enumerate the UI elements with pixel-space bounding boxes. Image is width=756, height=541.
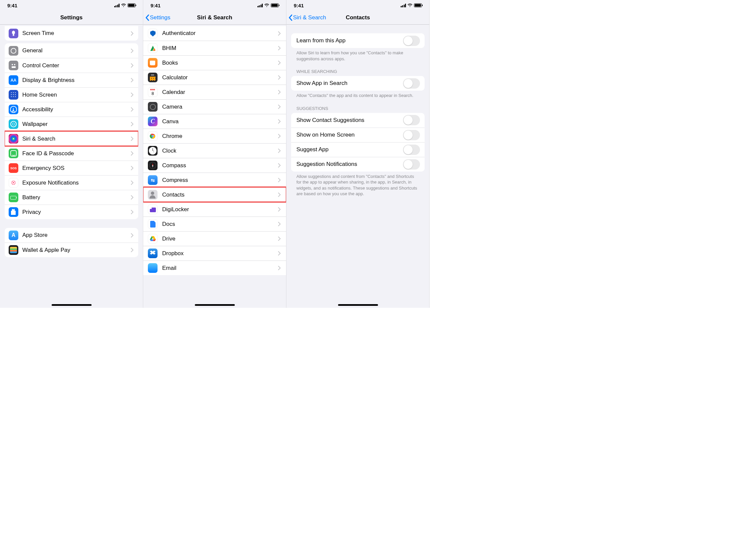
row-canva[interactable]: Canva — [143, 114, 286, 129]
row-dropbox[interactable]: Dropbox — [143, 246, 286, 261]
row-label: Suggest App — [296, 146, 403, 153]
status-time: 9:41 — [151, 3, 161, 8]
row-label: Email — [162, 265, 278, 271]
toggle-switch[interactable] — [403, 145, 420, 155]
back-button[interactable]: Settings — [145, 14, 170, 21]
row-display-brightness[interactable]: Display & Brightness — [5, 73, 138, 87]
status-time: 9:41 — [7, 3, 17, 8]
row-compass[interactable]: Compass — [143, 158, 286, 173]
group-suggestions: Show Contact Suggestions Show on Home Sc… — [291, 113, 425, 172]
toggle-suggestion-notifications[interactable]: Suggestion Notifications — [291, 157, 425, 172]
row-label: Home Screen — [22, 92, 131, 98]
row-label: Show Contact Suggestions — [296, 117, 403, 124]
chevron-right-icon — [278, 149, 281, 153]
toggle-contact-suggestions[interactable]: Show Contact Suggestions — [291, 113, 425, 128]
row-email[interactable]: Email — [143, 261, 286, 275]
row-faceid[interactable]: Face ID & Passcode — [5, 146, 138, 161]
app-icon — [148, 263, 158, 273]
row-label: Show on Home Screen — [296, 132, 403, 138]
toggle-switch[interactable] — [403, 36, 420, 46]
row-label: Exposure Notifications — [22, 180, 131, 186]
row-docs[interactable]: Docs — [143, 217, 286, 231]
settings-content[interactable]: Screen Time General Control Center Displ… — [0, 25, 143, 308]
row-label: Clock — [162, 148, 278, 154]
app-icon — [148, 249, 158, 258]
nav-title: Siri & Search — [197, 14, 232, 21]
row-digilocker[interactable]: DigiLocker — [143, 202, 286, 217]
row-calendar[interactable]: Calendar — [143, 85, 286, 99]
footer-learn: Allow Siri to learn from how you use "Co… — [286, 48, 429, 63]
app-icon — [148, 190, 158, 200]
row-drive[interactable]: Drive — [143, 231, 286, 246]
toggle-switch[interactable] — [403, 78, 420, 89]
row-label: Accessibility — [22, 106, 131, 113]
signal-icon — [114, 4, 120, 7]
row-label: DigiLocker — [162, 206, 278, 213]
row-chrome[interactable]: Chrome — [143, 129, 286, 143]
row-general[interactable]: General — [5, 43, 138, 58]
app-icon — [148, 43, 158, 53]
row-control-center[interactable]: Control Center — [5, 58, 138, 73]
row-accessibility[interactable]: Accessibility — [5, 102, 138, 117]
back-button[interactable]: Siri & Search — [288, 14, 326, 21]
group-learn: Learn from this App — [291, 33, 425, 48]
app-icon — [9, 193, 18, 202]
row-label: Battery — [22, 194, 131, 201]
toggle-show-home-screen[interactable]: Show on Home Screen — [291, 128, 425, 142]
contacts-content[interactable]: Learn from this App Allow Siri to learn … — [286, 25, 429, 308]
app-icon — [148, 29, 158, 38]
row-calculator[interactable]: Calculator — [143, 70, 286, 85]
row-authenticator[interactable]: Authenticator — [143, 26, 286, 41]
group-store-wallet: App Store Wallet & Apple Pay — [5, 228, 138, 257]
chevron-right-icon — [131, 49, 134, 53]
row-label: Authenticator — [162, 30, 278, 37]
pane-settings: 9:41 Settings Screen Time General Contro… — [0, 0, 143, 308]
app-icon — [9, 75, 18, 85]
app-icon — [9, 178, 18, 188]
row-wallpaper[interactable]: Wallpaper — [5, 117, 138, 131]
row-contacts[interactable]: Contacts — [143, 187, 286, 202]
toggle-show-in-search[interactable]: Show App in Search — [291, 76, 425, 91]
app-icon — [148, 161, 158, 170]
row-wallet[interactable]: Wallet & Apple Pay — [5, 243, 138, 257]
battery-icon — [414, 3, 422, 7]
row-exposure[interactable]: Exposure Notifications — [5, 175, 138, 190]
toggle-suggest-app[interactable]: Suggest App — [291, 142, 425, 157]
toggle-switch[interactable] — [403, 130, 420, 140]
app-icon — [9, 105, 18, 114]
row-camera[interactable]: Camera — [143, 99, 286, 114]
app-list-content[interactable]: Authenticator BHIM Books Calculator Cale… — [143, 25, 286, 308]
row-books[interactable]: Books — [143, 55, 286, 70]
chevron-right-icon — [131, 195, 134, 200]
signal-icon — [401, 4, 406, 7]
chevron-right-icon — [278, 105, 281, 109]
toggle-switch[interactable] — [403, 159, 420, 170]
chevron-right-icon — [131, 107, 134, 112]
chevron-right-icon — [131, 166, 134, 170]
row-battery[interactable]: Battery — [5, 190, 138, 205]
row-bhim[interactable]: BHIM — [143, 41, 286, 55]
row-app-store[interactable]: App Store — [5, 228, 138, 243]
chevron-right-icon — [131, 181, 134, 185]
svg-point-2 — [152, 135, 154, 137]
row-label: Canva — [162, 118, 278, 125]
row-label: General — [22, 47, 131, 54]
row-home-screen[interactable]: Home Screen — [5, 87, 138, 102]
navbar: Settings Siri & Search — [143, 11, 286, 25]
status-bar: 9:41 — [286, 0, 429, 11]
home-indicator — [52, 304, 92, 306]
header-suggestions: SUGGESTIONS — [286, 100, 429, 113]
header-searching: WHILE SEARCHING — [286, 63, 429, 76]
chevron-right-icon — [131, 248, 134, 252]
row-privacy[interactable]: Privacy — [5, 205, 138, 219]
row-screen-time[interactable]: Screen Time — [5, 26, 138, 41]
row-label: Contacts — [162, 192, 278, 198]
row-clock[interactable]: Clock — [143, 143, 286, 158]
row-compress[interactable]: Compress — [143, 173, 286, 187]
row-label: Siri & Search — [22, 136, 131, 142]
toggle-switch[interactable] — [403, 115, 420, 125]
row-label: Screen Time — [22, 30, 131, 37]
row-siri-search[interactable]: Siri & Search — [5, 131, 138, 146]
row-sos[interactable]: Emergency SOS — [5, 161, 138, 175]
toggle-learn-from-app[interactable]: Learn from this App — [291, 33, 425, 48]
